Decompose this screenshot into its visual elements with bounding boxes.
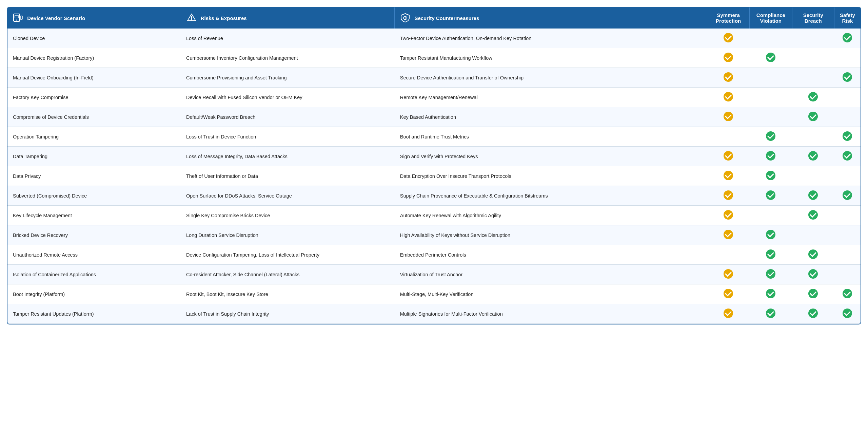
check-cell: [707, 284, 750, 304]
check-yellow-icon: [724, 53, 733, 62]
main-table: Device Vendor Scenario Risks & Exposures: [7, 7, 861, 324]
check-green-icon: [843, 289, 852, 298]
check-cell: [750, 206, 792, 225]
table-cell: Boot Integrity (Platform): [7, 284, 181, 304]
check-cell: [750, 245, 792, 265]
check-cell: [834, 186, 861, 206]
table-cell: Data Encryption Over Insecure Transport …: [395, 166, 707, 186]
check-cell: [707, 166, 750, 186]
check-green-icon: [843, 190, 852, 200]
table-cell: Long Duration Service Disruption: [181, 225, 395, 245]
check-cell: [834, 265, 861, 284]
table-row: Bricked Device RecoveryLong Duration Ser…: [7, 225, 861, 245]
table-cell: Loss of Trust in Device Function: [181, 127, 395, 147]
table-row: Operation TamperingLoss of Trust in Devi…: [7, 127, 861, 147]
check-cell: [834, 166, 861, 186]
check-cell: [834, 304, 861, 324]
check-cell: [792, 304, 834, 324]
check-yellow-icon: [724, 269, 733, 279]
table-cell: Loss of Message Integrity, Data Based At…: [181, 147, 395, 166]
col-header-risks-label: Risks & Exposures: [201, 15, 247, 21]
table-cell: Loss of Revenue: [181, 29, 395, 48]
check-cell: [792, 245, 834, 265]
check-cell: [792, 68, 834, 88]
table-cell: Subverted (Compromised) Device: [7, 186, 181, 206]
check-yellow-icon: [724, 112, 733, 121]
table-row: Tamper Resistant Updates (Platform)Lack …: [7, 304, 861, 324]
check-green-icon: [808, 210, 818, 220]
table-cell: Device Configuration Tampering, Loss of …: [181, 245, 395, 265]
table-row: Key Lifecycle ManagementSingle Key Compr…: [7, 206, 861, 225]
table-cell: Data Tampering: [7, 147, 181, 166]
check-cell: [750, 68, 792, 88]
col-header-symmera-label: Symmera Protection: [716, 12, 741, 24]
check-cell: [834, 29, 861, 48]
check-cell: [750, 147, 792, 166]
check-cell: [792, 127, 834, 147]
check-green-icon: [766, 249, 775, 259]
table-row: Manual Device Registration (Factory)Cumb…: [7, 48, 861, 68]
col-header-safety-label: Safety Risk: [840, 12, 855, 24]
check-cell: [707, 107, 750, 127]
check-yellow-icon: [724, 190, 733, 200]
check-green-icon: [766, 190, 775, 200]
warning-icon: [186, 13, 197, 24]
col-header-risks: Risks & Exposures: [181, 7, 395, 29]
check-green-icon: [843, 72, 852, 82]
table-cell: Sign and Verify with Protected Keys: [395, 147, 707, 166]
table-cell: Isolation of Containerized Applications: [7, 265, 181, 284]
check-cell: [792, 206, 834, 225]
check-green-icon: [766, 151, 775, 161]
check-cell: [750, 186, 792, 206]
col-header-security-label: Security Countermeasures: [414, 15, 479, 21]
check-yellow-icon: [724, 151, 733, 161]
check-yellow-icon: [724, 289, 733, 298]
check-green-icon: [766, 171, 775, 180]
check-green-icon: [843, 33, 852, 42]
table-cell: Automate Key Renewal with Algorithmic Ag…: [395, 206, 707, 225]
check-green-icon: [808, 269, 818, 279]
col-header-symmera: Symmera Protection: [707, 7, 750, 29]
check-cell: [707, 245, 750, 265]
table-cell: Key Lifecycle Management: [7, 206, 181, 225]
check-cell: [707, 225, 750, 245]
table-cell: High Availability of Keys without Servic…: [395, 225, 707, 245]
check-cell: [750, 127, 792, 147]
table-cell: Tamper Resistant Manufacturing Workflow: [395, 48, 707, 68]
table-cell: Bricked Device Recovery: [7, 225, 181, 245]
table-cell: Secure Device Authentication and Transfe…: [395, 68, 707, 88]
table-cell: Cumbersome Provisioning and Asset Tracki…: [181, 68, 395, 88]
table-row: Cloned DeviceLoss of RevenueTwo-Factor D…: [7, 29, 861, 48]
table-row: Isolation of Containerized ApplicationsC…: [7, 265, 861, 284]
check-yellow-icon: [724, 72, 733, 82]
check-cell: [707, 186, 750, 206]
check-yellow-icon: [724, 92, 733, 101]
table-cell: Co-resident Attacker, Side Channel (Late…: [181, 265, 395, 284]
check-green-icon: [808, 289, 818, 298]
col-header-safety: Safety Risk: [834, 7, 861, 29]
check-cell: [750, 225, 792, 245]
check-cell: [750, 29, 792, 48]
check-yellow-icon: [724, 309, 733, 318]
check-cell: [707, 206, 750, 225]
col-header-compliance-label: Compliance Violation: [756, 12, 785, 24]
check-green-icon: [808, 190, 818, 200]
check-cell: [834, 284, 861, 304]
table-cell: Root Kit, Boot Kit, Insecure Key Store: [181, 284, 395, 304]
table-cell: Cloned Device: [7, 29, 181, 48]
col-header-scenario-label: Device Vendor Scenario: [27, 15, 85, 21]
check-cell: [834, 107, 861, 127]
check-cell: [750, 107, 792, 127]
check-cell: [750, 304, 792, 324]
device-icon: [13, 13, 23, 24]
col-header-scenario: Device Vendor Scenario: [7, 7, 181, 29]
table-cell: Two-Factor Device Authentication, On-dem…: [395, 29, 707, 48]
svg-point-2: [16, 19, 17, 20]
check-yellow-icon: [724, 210, 733, 220]
table-cell: Default/Weak Password Breach: [181, 107, 395, 127]
check-cell: [750, 88, 792, 107]
table-cell: Multi-Stage, Multi-Key Verification: [395, 284, 707, 304]
col-header-security: Security Countermeasures: [395, 7, 707, 29]
check-cell: [750, 284, 792, 304]
table-cell: Manual Device Onboarding (In-Field): [7, 68, 181, 88]
